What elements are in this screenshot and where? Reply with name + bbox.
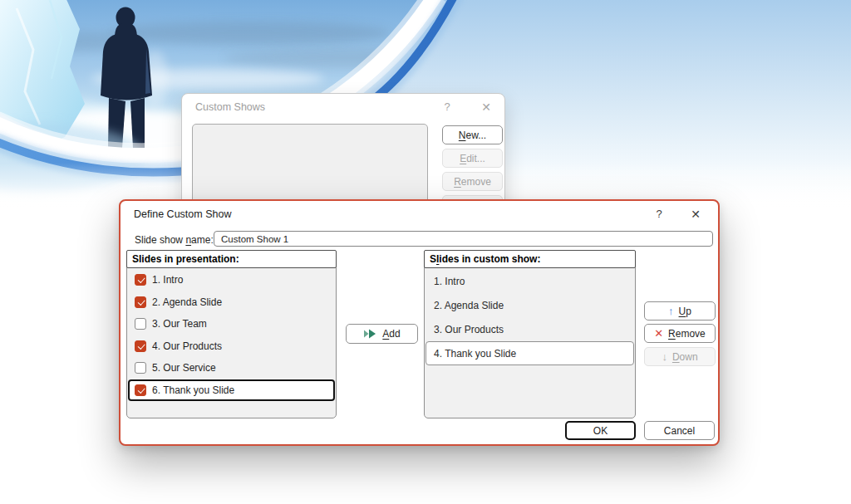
- list-item-thank-you-slide[interactable]: 6. Thank you Slide: [128, 379, 335, 402]
- slide-show-name-label: Slide show name:: [135, 234, 214, 246]
- list-item-our-service[interactable]: 5. Our Service: [128, 357, 335, 379]
- slides-in-custom-show-listbox[interactable]: Slides in custom show: 1. Intro 2. Agend…: [424, 250, 636, 418]
- checkbox-icon[interactable]: [135, 318, 146, 330]
- list-item-intro[interactable]: 1. Intro: [128, 269, 335, 291]
- help-icon[interactable]: ?: [438, 99, 456, 115]
- custom-list-item-our-products[interactable]: 3. Our Products: [426, 317, 634, 341]
- slides-in-custom-show-header: Slides in custom show:: [424, 250, 636, 268]
- dialog-title: Define Custom Show: [134, 208, 231, 220]
- checkbox-icon[interactable]: [135, 362, 146, 374]
- ok-button[interactable]: OK: [565, 421, 636, 440]
- list-item-agenda-slide[interactable]: 2. Agenda Slide: [128, 291, 335, 314]
- red-x-icon: ✕: [654, 328, 663, 339]
- new-button[interactable]: New...: [442, 125, 503, 144]
- edit-button[interactable]: Edit...: [442, 149, 503, 168]
- checkbox-icon[interactable]: [135, 384, 146, 396]
- checkbox-icon[interactable]: [135, 274, 146, 286]
- add-button[interactable]: Add: [346, 324, 418, 344]
- remove-button[interactable]: Remove: [442, 172, 503, 191]
- define-custom-show-dialog: Define Custom Show ? ✕ Slide show name: …: [119, 199, 720, 446]
- slide-show-name-input[interactable]: [214, 231, 713, 247]
- desktop: Custom Shows ? ✕ New... Edit... Remove D…: [0, 0, 851, 504]
- remove-button[interactable]: ✕ Remove: [644, 324, 716, 343]
- list-item-our-team[interactable]: 3. Our Team: [128, 313, 335, 335]
- checkbox-icon[interactable]: [135, 296, 146, 308]
- custom-list-item-thank-you-slide[interactable]: 4. Thank you Slide: [426, 341, 634, 365]
- cancel-button[interactable]: Cancel: [644, 421, 715, 440]
- help-icon[interactable]: ?: [650, 206, 668, 223]
- arrow-up-icon: ↑: [668, 306, 674, 316]
- custom-list-item-agenda-slide[interactable]: 2. Agenda Slide: [426, 293, 634, 317]
- slides-in-presentation-listbox[interactable]: Slides in presentation: 1. Intro 2. Agen…: [126, 250, 337, 418]
- arrow-down-icon: ↓: [662, 351, 667, 362]
- double-chevron-right-icon: [363, 329, 377, 339]
- custom-list-item-intro[interactable]: 1. Intro: [426, 269, 634, 293]
- close-icon[interactable]: ✕: [477, 99, 495, 115]
- slides-in-presentation-header: Slides in presentation:: [126, 250, 337, 268]
- dialog-title: Custom Shows: [195, 101, 265, 113]
- up-button[interactable]: ↑ Up: [644, 301, 716, 321]
- down-button[interactable]: ↓ Down: [644, 347, 716, 366]
- list-item-our-products[interactable]: 4. Our Products: [128, 335, 335, 358]
- close-icon[interactable]: ✕: [686, 206, 705, 223]
- checkbox-icon[interactable]: [135, 340, 146, 352]
